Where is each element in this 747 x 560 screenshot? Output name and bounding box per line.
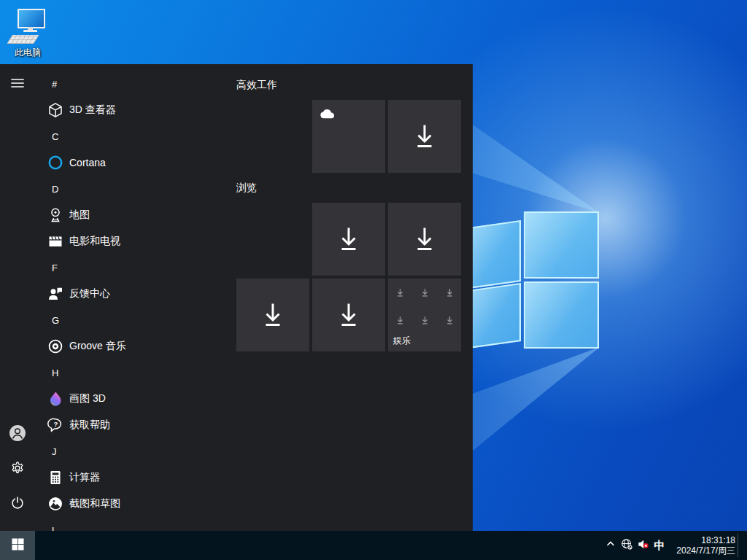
user-account-icon (9, 424, 26, 445)
app-section-header[interactable]: J (35, 438, 229, 464)
app-label: 画图 3D (69, 392, 106, 405)
snip-sketch-icon (47, 495, 64, 513)
tile-folder-label: 娱乐 (393, 335, 411, 347)
download-arrow-small-icon (420, 315, 430, 328)
computer-monitor-icon (18, 9, 45, 28)
tile-pending-download[interactable] (388, 100, 461, 173)
app-list-item-get-help[interactable]: ?获取帮助 (35, 412, 229, 438)
tile-grid: 娱乐 (236, 203, 461, 351)
tile-pending-download[interactable] (312, 203, 385, 276)
app-label: Cortana (69, 157, 106, 168)
start-menu: #3D 查看器CCortanaD地图电影和电视F反馈中心GGroove 音乐H画… (0, 64, 473, 531)
show-desktop-button[interactable] (738, 531, 747, 560)
app-section-header[interactable]: L (35, 517, 229, 531)
onedrive-cloud-icon (320, 109, 336, 122)
tile-group: 浏览娱乐 (236, 182, 461, 351)
cortana-icon (47, 154, 64, 171)
app-section-header[interactable]: G (35, 307, 229, 333)
clock-date: 2024/7/17/周三 (676, 545, 735, 556)
hidden-icons-chevron-icon (605, 538, 616, 553)
user-account-button[interactable] (0, 417, 35, 452)
download-arrow-small-icon (420, 287, 430, 300)
download-arrow-small-icon (445, 315, 454, 328)
hamburger-menu-button[interactable] (0, 67, 35, 102)
app-list-item-feedback-hub[interactable]: 反馈中心 (35, 281, 229, 307)
app-list-item-maps[interactable]: 地图 (35, 202, 229, 228)
app-label: 地图 (69, 209, 90, 222)
get-help-icon: ? (47, 416, 64, 434)
app-list-item-paint-3d[interactable]: 画图 3D (35, 386, 229, 412)
app-section-header[interactable]: F (35, 254, 229, 281)
paint-3d-icon (47, 390, 64, 408)
tile-group: 高效工作 (236, 79, 461, 173)
clock-time: 18:31:18 (676, 535, 735, 545)
download-arrow-icon (236, 279, 309, 351)
settings-gear-button[interactable] (0, 452, 35, 487)
app-label: Groove 音乐 (69, 340, 126, 353)
tile-group-title[interactable]: 高效工作 (236, 79, 461, 90)
tile-group-title[interactable]: 浏览 (236, 182, 461, 193)
network-globe-offline-icon (621, 538, 633, 553)
app-list-item-snip-sketch[interactable]: 截图和草图 (35, 491, 229, 517)
windows-logo-icon (12, 538, 24, 553)
desktop-icon-label: 此电脑 (0, 47, 55, 59)
app-label: 获取帮助 (69, 419, 110, 432)
app-list-item-calculator[interactable]: 计算器 (35, 464, 229, 491)
taskbar-clock[interactable]: 18:31:18 2024/7/17/周三 (676, 535, 735, 556)
hidden-icons-chevron-button[interactable] (603, 531, 619, 560)
power-icon (9, 495, 26, 514)
screen: 此电脑 #3D 查看器CCortanaD地图电影和电视F反馈中心GGroove … (0, 0, 747, 560)
tile-folder-entertainment[interactable]: 娱乐 (388, 279, 461, 351)
folder-tile-preview (395, 287, 454, 328)
app-section-header[interactable]: D (35, 176, 229, 202)
app-section-header[interactable]: # (35, 71, 229, 97)
start-app-list: #3D 查看器CCortanaD地图电影和电视F反馈中心GGroove 音乐H画… (35, 71, 229, 531)
desktop-icon-this-pc[interactable]: 此电脑 (4, 7, 51, 60)
app-list-item-cortana[interactable]: Cortana (35, 149, 229, 176)
calculator-icon (47, 469, 64, 486)
download-arrow-small-icon (395, 315, 405, 328)
tile-onedrive[interactable] (312, 100, 385, 173)
power-button[interactable] (0, 487, 35, 522)
app-label: 电影和电视 (69, 235, 120, 248)
download-arrow-icon (388, 203, 461, 276)
download-arrow-small-icon (395, 287, 405, 300)
app-label: 计算器 (69, 471, 100, 484)
start-button[interactable] (0, 531, 35, 560)
app-list-item-movies-tv[interactable]: 电影和电视 (35, 228, 229, 254)
keyboard-icon (7, 35, 39, 44)
taskbar: 中 18:31:18 2024/7/17/周三 (0, 531, 747, 560)
volume-muted-button[interactable] (635, 531, 651, 560)
download-arrow-small-icon (445, 287, 454, 300)
feedback-hub-icon (47, 285, 64, 303)
windows-logo-pane (524, 281, 599, 349)
app-label: 3D 查看器 (69, 104, 116, 117)
app-label: 反馈中心 (69, 287, 110, 300)
maps-icon (47, 206, 64, 224)
groove-music-icon (47, 338, 64, 355)
svg-text:?: ? (54, 420, 58, 428)
app-section-header[interactable]: H (35, 359, 229, 386)
tile-pending-download[interactable] (236, 279, 309, 351)
download-arrow-icon (312, 279, 385, 351)
hamburger-menu-icon (9, 75, 26, 94)
computer-monitor-icon (23, 30, 37, 32)
tile-grid (236, 100, 461, 173)
download-arrow-icon (312, 203, 385, 276)
tile-pending-download[interactable] (388, 203, 461, 276)
app-list-item-3d-viewer[interactable]: 3D 查看器 (35, 97, 229, 123)
3d-viewer-icon (47, 101, 64, 119)
ime-indicator[interactable]: 中 (651, 531, 668, 560)
tile-placeholder (236, 100, 309, 173)
tile-pending-download[interactable] (312, 279, 385, 351)
app-section-header[interactable]: C (35, 123, 229, 149)
windows-logo-pane (524, 211, 599, 279)
settings-gear-icon (9, 460, 26, 479)
network-globe-offline-button[interactable] (619, 531, 635, 560)
app-label: 截图和草图 (69, 497, 120, 510)
volume-muted-icon (637, 538, 649, 553)
download-arrow-icon (388, 100, 461, 173)
movies-tv-icon (47, 233, 64, 250)
tile-placeholder (236, 203, 309, 276)
app-list-item-groove-music[interactable]: Groove 音乐 (35, 333, 229, 359)
